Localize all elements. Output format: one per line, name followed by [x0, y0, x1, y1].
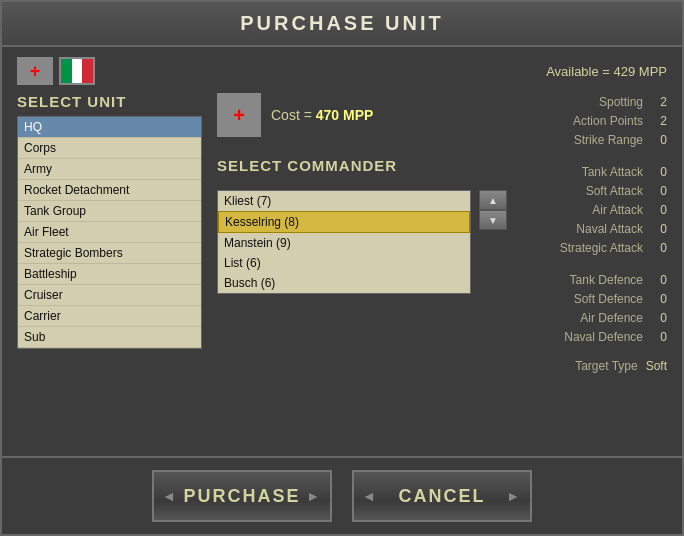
combat-stats-group: Spotting 2 Action Points 2 Strike Range …	[522, 93, 667, 151]
target-type-label: Target Type	[575, 359, 637, 373]
commander-section: Kliest (7) Kesselring (8) Manstein (9) L…	[217, 190, 507, 294]
commander-list: Kliest (7) Kesselring (8) Manstein (9) L…	[217, 190, 471, 294]
naval-attack-stat: Naval Attack 0	[522, 220, 667, 239]
right-panel: Spotting 2 Action Points 2 Strike Range …	[522, 93, 667, 446]
air-attack-label: Air Attack	[592, 201, 643, 220]
defence-stats-group: Tank Defence 0 Soft Defence 0 Air Defenc…	[522, 271, 667, 348]
cost-text: Cost = 470 MPP	[271, 107, 373, 123]
bottom-buttons: PURCHASE CANCEL	[2, 456, 682, 534]
strategic-attack-label: Strategic Attack	[560, 239, 643, 258]
select-commander-label: SELECT COMMANDER	[217, 157, 507, 174]
tank-attack-stat: Tank Attack 0	[522, 163, 667, 182]
unit-list: HQ Corps Army Rocket Detachment Tank Gro…	[17, 116, 202, 349]
naval-attack-value: 0	[651, 220, 667, 239]
soft-defence-value: 0	[651, 290, 667, 309]
sort-down-button[interactable]	[479, 210, 507, 230]
commander-kliest[interactable]: Kliest (7)	[218, 191, 470, 211]
unit-item-strategic-bombers[interactable]: Strategic Bombers	[18, 243, 201, 264]
commander-list[interactable]: List (6)	[218, 253, 470, 273]
spotting-stat: Spotting 2	[522, 93, 667, 112]
soft-defence-label: Soft Defence	[574, 290, 643, 309]
strategic-attack-stat: Strategic Attack 0	[522, 239, 667, 258]
main-content: Available = 429 MPP SELECT UNIT HQ Corps…	[2, 47, 682, 456]
air-defence-label: Air Defence	[580, 309, 643, 328]
purchase-unit-dialog: PURCHASE UNIT Available = 429 MPP SELECT…	[0, 0, 684, 536]
commander-kesselring[interactable]: Kesselring (8)	[218, 211, 470, 233]
cost-row: + Cost = 470 MPP	[217, 93, 507, 137]
action-points-stat: Action Points 2	[522, 112, 667, 131]
soft-defence-stat: Soft Defence 0	[522, 290, 667, 309]
strike-range-value: 0	[651, 131, 667, 150]
strike-range-label: Strike Range	[574, 131, 643, 150]
naval-defence-value: 0	[651, 328, 667, 347]
tank-attack-value: 0	[651, 163, 667, 182]
center-panel: + Cost = 470 MPP SELECT COMMANDER Kliest…	[217, 93, 507, 446]
action-points-value: 2	[651, 112, 667, 131]
air-attack-value: 0	[651, 201, 667, 220]
left-panel: SELECT UNIT HQ Corps Army Rocket Detachm…	[17, 93, 202, 446]
unit-item-corps[interactable]: Corps	[18, 138, 201, 159]
select-unit-label: SELECT UNIT	[17, 93, 202, 110]
unit-item-hq[interactable]: HQ	[18, 117, 201, 138]
unit-item-rocket-detachment[interactable]: Rocket Detachment	[18, 180, 201, 201]
unit-item-air-fleet[interactable]: Air Fleet	[18, 222, 201, 243]
sort-up-button[interactable]	[479, 190, 507, 210]
spotting-label: Spotting	[599, 93, 643, 112]
purchase-button[interactable]: PURCHASE	[152, 470, 332, 522]
unit-item-army[interactable]: Army	[18, 159, 201, 180]
commander-manstein[interactable]: Manstein (9)	[218, 233, 470, 253]
middle-section: SELECT UNIT HQ Corps Army Rocket Detachm…	[17, 93, 667, 446]
tank-defence-stat: Tank Defence 0	[522, 271, 667, 290]
cancel-button[interactable]: CANCEL	[352, 470, 532, 522]
title-bar: PURCHASE UNIT	[2, 2, 682, 47]
spotting-value: 2	[651, 93, 667, 112]
attack-stats-group: Tank Attack 0 Soft Attack 0 Air Attack 0…	[522, 163, 667, 259]
unit-item-sub[interactable]: Sub	[18, 327, 201, 348]
unit-icon: +	[217, 93, 261, 137]
cost-prefix: Cost =	[271, 107, 316, 123]
naval-defence-label: Naval Defence	[564, 328, 643, 347]
dialog-title: PURCHASE UNIT	[12, 12, 672, 35]
target-type-stat: Target Type Soft	[522, 359, 667, 373]
german-flag-icon	[17, 57, 53, 85]
soft-attack-value: 0	[651, 182, 667, 201]
air-defence-value: 0	[651, 309, 667, 328]
air-defence-stat: Air Defence 0	[522, 309, 667, 328]
soft-attack-label: Soft Attack	[586, 182, 643, 201]
unit-item-tank-group[interactable]: Tank Group	[18, 201, 201, 222]
top-row: Available = 429 MPP	[17, 57, 667, 85]
soft-attack-stat: Soft Attack 0	[522, 182, 667, 201]
unit-item-battleship[interactable]: Battleship	[18, 264, 201, 285]
unit-item-carrier[interactable]: Carrier	[18, 306, 201, 327]
action-points-label: Action Points	[573, 112, 643, 131]
unit-item-cruiser[interactable]: Cruiser	[18, 285, 201, 306]
strike-range-stat: Strike Range 0	[522, 131, 667, 150]
cost-value: 470 MPP	[316, 107, 374, 123]
tank-attack-label: Tank Attack	[582, 163, 643, 182]
target-type-value: Soft	[646, 359, 667, 373]
air-attack-stat: Air Attack 0	[522, 201, 667, 220]
naval-attack-label: Naval Attack	[576, 220, 643, 239]
sort-buttons	[479, 190, 507, 230]
tank-defence-label: Tank Defence	[570, 271, 643, 290]
strategic-attack-value: 0	[651, 239, 667, 258]
tank-defence-value: 0	[651, 271, 667, 290]
naval-defence-stat: Naval Defence 0	[522, 328, 667, 347]
italian-flag-icon	[59, 57, 95, 85]
available-mpp: Available = 429 MPP	[546, 64, 667, 79]
commander-busch[interactable]: Busch (6)	[218, 273, 470, 293]
